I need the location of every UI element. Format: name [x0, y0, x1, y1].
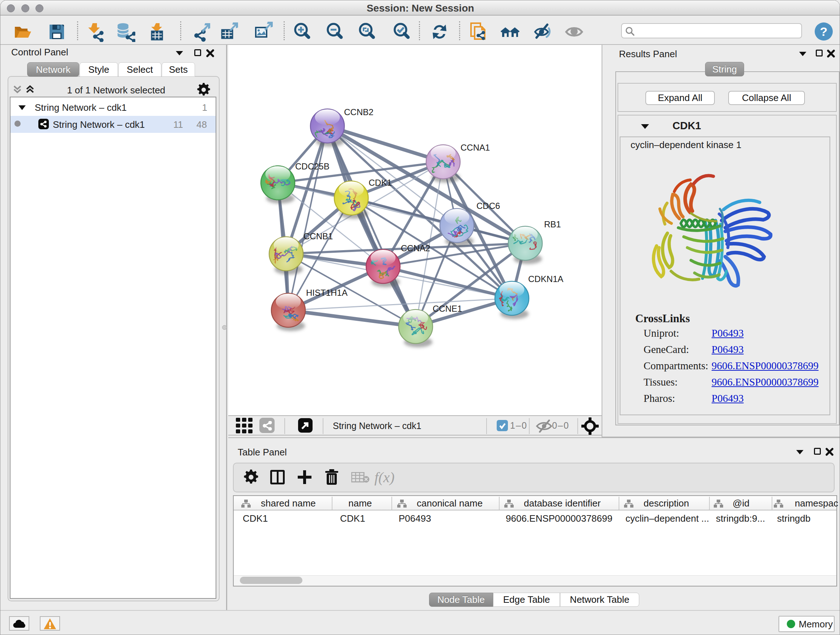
svg-text:CCNE1: CCNE1	[433, 304, 462, 314]
svg-text:CDC25B: CDC25B	[295, 162, 330, 171]
svg-text:CDK1: CDK1	[369, 178, 392, 187]
svg-text:CCNA1: CCNA1	[461, 143, 490, 152]
svg-text:HIST1H1A: HIST1H1A	[306, 288, 347, 298]
svg-text:RB1: RB1	[544, 219, 561, 229]
svg-text:CDC6: CDC6	[477, 201, 500, 211]
svg-text:CCNA2: CCNA2	[401, 243, 430, 253]
svg-text:CDKN1A: CDKN1A	[528, 274, 563, 284]
svg-text:CCNB2: CCNB2	[344, 107, 373, 117]
svg-text:CCNB1: CCNB1	[303, 231, 333, 241]
